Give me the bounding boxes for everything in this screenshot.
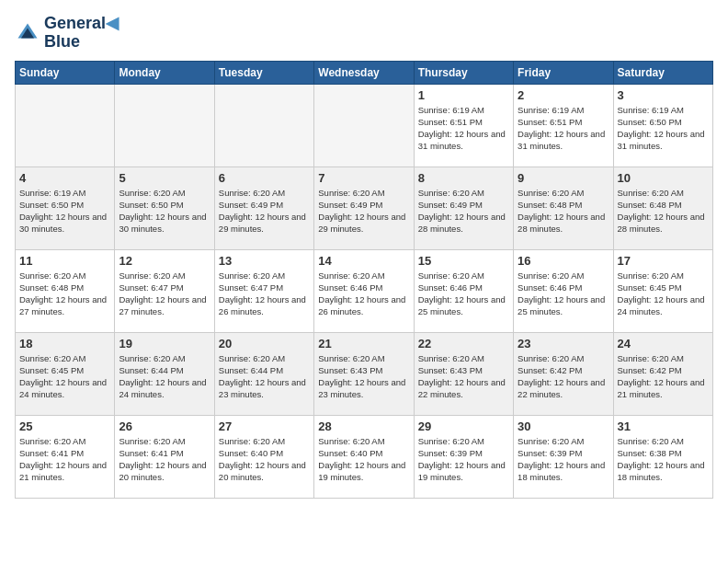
- calendar-table: SundayMondayTuesdayWednesdayThursdayFrid…: [15, 61, 713, 499]
- calendar-cell: 17Sunrise: 6:20 AMSunset: 6:45 PMDayligh…: [613, 249, 712, 332]
- calendar-cell: [314, 84, 414, 167]
- calendar-cell: 6Sunrise: 6:20 AMSunset: 6:49 PMDaylight…: [214, 167, 313, 249]
- day-info: Sunrise: 6:20 AMSunset: 6:41 PMDaylight:…: [119, 435, 210, 484]
- day-info: Sunrise: 6:20 AMSunset: 6:48 PMDaylight:…: [618, 187, 709, 236]
- calendar-cell: 2Sunrise: 6:19 AMSunset: 6:51 PMDaylight…: [514, 84, 613, 167]
- calendar-cell: 24Sunrise: 6:20 AMSunset: 6:42 PMDayligh…: [613, 332, 712, 415]
- calendar-cell: [16, 84, 115, 167]
- calendar-cell: [115, 84, 214, 167]
- day-info: Sunrise: 6:20 AMSunset: 6:43 PMDaylight:…: [418, 352, 509, 401]
- day-info: Sunrise: 6:20 AMSunset: 6:45 PMDaylight:…: [618, 270, 709, 318]
- day-number: 31: [618, 419, 709, 433]
- day-number: 24: [618, 337, 709, 350]
- day-number: 2: [518, 88, 609, 102]
- day-info: Sunrise: 6:20 AMSunset: 6:40 PMDaylight:…: [318, 435, 409, 484]
- calendar-cell: 29Sunrise: 6:20 AMSunset: 6:39 PMDayligh…: [414, 415, 513, 498]
- day-info: Sunrise: 6:20 AMSunset: 6:39 PMDaylight:…: [418, 435, 509, 484]
- day-info: Sunrise: 6:20 AMSunset: 6:48 PMDaylight:…: [518, 187, 609, 236]
- calendar-cell: 3Sunrise: 6:19 AMSunset: 6:50 PMDaylight…: [613, 84, 712, 167]
- logo-icon: [15, 20, 40, 46]
- day-number: 25: [19, 419, 110, 433]
- week-row-2: 4Sunrise: 6:19 AMSunset: 6:50 PMDaylight…: [16, 167, 713, 249]
- calendar-cell: 25Sunrise: 6:20 AMSunset: 6:41 PMDayligh…: [16, 415, 115, 498]
- calendar-cell: 30Sunrise: 6:20 AMSunset: 6:39 PMDayligh…: [514, 415, 613, 498]
- calendar-cell: 14Sunrise: 6:20 AMSunset: 6:46 PMDayligh…: [314, 249, 414, 332]
- day-info: Sunrise: 6:20 AMSunset: 6:43 PMDaylight:…: [318, 352, 409, 401]
- day-info: Sunrise: 6:20 AMSunset: 6:42 PMDaylight:…: [618, 352, 709, 401]
- day-info: Sunrise: 6:20 AMSunset: 6:48 PMDaylight:…: [19, 270, 110, 318]
- day-info: Sunrise: 6:20 AMSunset: 6:40 PMDaylight:…: [219, 435, 310, 484]
- day-info: Sunrise: 6:19 AMSunset: 6:50 PMDaylight:…: [618, 104, 709, 153]
- calendar-cell: 16Sunrise: 6:20 AMSunset: 6:46 PMDayligh…: [514, 249, 613, 332]
- day-info: Sunrise: 6:19 AMSunset: 6:50 PMDaylight:…: [19, 187, 110, 236]
- calendar-cell: 4Sunrise: 6:19 AMSunset: 6:50 PMDaylight…: [16, 167, 115, 249]
- day-number: 19: [119, 337, 210, 350]
- weekday-header-saturday: Saturday: [613, 61, 712, 84]
- day-number: 20: [219, 337, 310, 350]
- day-number: 4: [19, 171, 110, 185]
- day-number: 3: [618, 88, 709, 102]
- calendar-cell: 1Sunrise: 6:19 AMSunset: 6:51 PMDaylight…: [414, 84, 513, 167]
- day-info: Sunrise: 6:20 AMSunset: 6:49 PMDaylight:…: [219, 187, 310, 236]
- week-row-4: 18Sunrise: 6:20 AMSunset: 6:45 PMDayligh…: [16, 332, 713, 415]
- calendar-cell: 5Sunrise: 6:20 AMSunset: 6:50 PMDaylight…: [115, 167, 214, 249]
- day-number: 11: [19, 254, 110, 268]
- week-row-3: 11Sunrise: 6:20 AMSunset: 6:48 PMDayligh…: [16, 249, 713, 332]
- day-number: 5: [119, 171, 210, 185]
- day-number: 15: [418, 254, 509, 268]
- calendar-cell: 26Sunrise: 6:20 AMSunset: 6:41 PMDayligh…: [115, 415, 214, 498]
- calendar-cell: 21Sunrise: 6:20 AMSunset: 6:43 PMDayligh…: [314, 332, 414, 415]
- logo: General◀ Blue: [15, 15, 119, 52]
- day-number: 30: [518, 419, 609, 433]
- day-number: 12: [119, 254, 210, 268]
- calendar-cell: 13Sunrise: 6:20 AMSunset: 6:47 PMDayligh…: [214, 249, 313, 332]
- day-number: 14: [318, 254, 409, 268]
- page-header: General◀ Blue: [15, 15, 713, 52]
- day-number: 13: [219, 254, 310, 268]
- day-number: 6: [219, 171, 310, 185]
- day-info: Sunrise: 6:20 AMSunset: 6:47 PMDaylight:…: [219, 270, 310, 318]
- calendar-cell: 31Sunrise: 6:20 AMSunset: 6:38 PMDayligh…: [613, 415, 712, 498]
- day-info: Sunrise: 6:20 AMSunset: 6:42 PMDaylight:…: [518, 352, 609, 401]
- calendar-cell: 19Sunrise: 6:20 AMSunset: 6:44 PMDayligh…: [115, 332, 214, 415]
- day-number: 22: [418, 337, 509, 350]
- calendar-cell: 18Sunrise: 6:20 AMSunset: 6:45 PMDayligh…: [16, 332, 115, 415]
- day-info: Sunrise: 6:20 AMSunset: 6:38 PMDaylight:…: [618, 435, 709, 484]
- logo-text: General◀ Blue: [44, 15, 119, 52]
- day-number: 18: [19, 337, 110, 350]
- day-info: Sunrise: 6:20 AMSunset: 6:45 PMDaylight:…: [19, 352, 110, 401]
- calendar-cell: 22Sunrise: 6:20 AMSunset: 6:43 PMDayligh…: [414, 332, 513, 415]
- day-number: 16: [518, 254, 609, 268]
- calendar-cell: 15Sunrise: 6:20 AMSunset: 6:46 PMDayligh…: [414, 249, 513, 332]
- day-number: 26: [119, 419, 210, 433]
- day-number: 10: [618, 171, 709, 185]
- week-row-1: 1Sunrise: 6:19 AMSunset: 6:51 PMDaylight…: [16, 84, 713, 167]
- day-number: 8: [418, 171, 509, 185]
- weekday-header-sunday: Sunday: [16, 61, 115, 84]
- day-info: Sunrise: 6:19 AMSunset: 6:51 PMDaylight:…: [418, 104, 509, 153]
- week-row-5: 25Sunrise: 6:20 AMSunset: 6:41 PMDayligh…: [16, 415, 713, 498]
- day-info: Sunrise: 6:20 AMSunset: 6:49 PMDaylight:…: [318, 187, 409, 236]
- weekday-header-tuesday: Tuesday: [214, 61, 313, 84]
- calendar-cell: 28Sunrise: 6:20 AMSunset: 6:40 PMDayligh…: [314, 415, 414, 498]
- day-number: 23: [518, 337, 609, 350]
- day-number: 29: [418, 419, 509, 433]
- day-info: Sunrise: 6:20 AMSunset: 6:44 PMDaylight:…: [119, 352, 210, 401]
- calendar-cell: 23Sunrise: 6:20 AMSunset: 6:42 PMDayligh…: [514, 332, 613, 415]
- day-info: Sunrise: 6:19 AMSunset: 6:51 PMDaylight:…: [518, 104, 609, 153]
- calendar-cell: 9Sunrise: 6:20 AMSunset: 6:48 PMDaylight…: [514, 167, 613, 249]
- day-number: 27: [219, 419, 310, 433]
- calendar-cell: 12Sunrise: 6:20 AMSunset: 6:47 PMDayligh…: [115, 249, 214, 332]
- day-number: 1: [418, 88, 509, 102]
- calendar-cell: 27Sunrise: 6:20 AMSunset: 6:40 PMDayligh…: [214, 415, 313, 498]
- weekday-header-thursday: Thursday: [414, 61, 513, 84]
- day-number: 21: [318, 337, 409, 350]
- calendar-cell: 10Sunrise: 6:20 AMSunset: 6:48 PMDayligh…: [613, 167, 712, 249]
- day-info: Sunrise: 6:20 AMSunset: 6:47 PMDaylight:…: [119, 270, 210, 318]
- day-info: Sunrise: 6:20 AMSunset: 6:50 PMDaylight:…: [119, 187, 210, 236]
- calendar-cell: [214, 84, 313, 167]
- weekday-header-wednesday: Wednesday: [314, 61, 414, 84]
- calendar-cell: 7Sunrise: 6:20 AMSunset: 6:49 PMDaylight…: [314, 167, 414, 249]
- day-info: Sunrise: 6:20 AMSunset: 6:46 PMDaylight:…: [318, 270, 409, 318]
- calendar-cell: 20Sunrise: 6:20 AMSunset: 6:44 PMDayligh…: [214, 332, 313, 415]
